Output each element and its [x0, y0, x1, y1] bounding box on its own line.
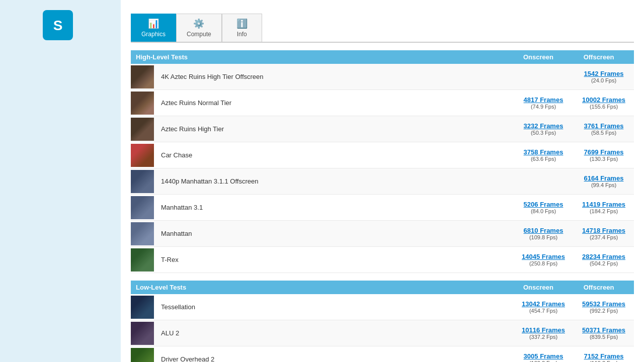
tab-compute[interactable]: ⚙️ Compute: [176, 14, 222, 42]
section-header-1: Low-Level Tests Onscreen Offscreen: [131, 281, 634, 294]
offscreen-fps-0-6: (237.4 Fps): [576, 234, 631, 240]
logo-area: S: [43, 5, 78, 45]
offscreen-fps-0-7: (504.2 Fps): [576, 260, 631, 266]
thumb-img-1-1: [131, 322, 154, 345]
sidebar: S: [0, 0, 121, 362]
tab-graphics[interactable]: 📊 Graphics: [131, 14, 176, 42]
onscreen-value-0-0: [513, 74, 574, 79]
offscreen-fps-0-4: (99.4 Fps): [576, 182, 631, 188]
offscreen-value-0-7: 28234 Frames (504.2 Fps): [574, 250, 634, 269]
thumb-0-1: [131, 92, 154, 115]
bench-name-1-1: ALU 2: [156, 327, 513, 339]
bench-row-0-5: Manhattan 3.1 5206 Frames (84.0 Fps) 114…: [131, 195, 634, 221]
thumb-img-1-2: [131, 348, 154, 363]
onscreen-value-0-7: 14045 Frames (250.8 Fps): [513, 250, 574, 269]
svg-text:S: S: [53, 18, 63, 33]
section-header-0: High-Level Tests Onscreen Offscreen: [131, 50, 634, 64]
thumb-img-0-2: [131, 118, 154, 141]
compute-label: Compute: [187, 31, 211, 38]
thumb-0-4: [131, 170, 154, 193]
thumb-1-0: [131, 296, 154, 319]
offscreen-value-0-6: 14718 Frames (237.4 Fps): [574, 224, 634, 243]
offscreen-value-0-1: 10002 Frames (155.6 Fps): [574, 94, 634, 112]
offscreen-frames-0-6: 14718 Frames: [576, 227, 631, 234]
thumb-0-6: [131, 222, 154, 245]
onscreen-frames-1-2: 3005 Frames: [516, 352, 571, 360]
onscreen-fps-0-6: (109.8 Fps): [516, 234, 571, 240]
onscreen-header-1: Onscreen: [508, 284, 569, 291]
offscreen-header-1: Offscreen: [569, 284, 629, 291]
onscreen-fps-1-0: (454.7 Fps): [516, 308, 571, 314]
thumb-img-1-0: [131, 296, 154, 319]
thumb-0-2: [131, 118, 154, 141]
onscreen-frames-0-5: 5206 Frames: [516, 201, 571, 208]
offscreen-value-0-4: 6164 Frames (99.4 Fps): [574, 172, 634, 191]
bench-name-0-2: Aztec Ruins High Tier: [156, 123, 513, 135]
offscreen-value-0-0: 1542 Frames (24.0 Fps): [574, 67, 634, 86]
bench-row-1-1: ALU 2 10116 Frames (337.2 Fps) 50371 Fra…: [131, 320, 634, 346]
thumb-img-0-3: [131, 144, 154, 167]
bench-row-1-2: Driver Overhead 2 3005 Frames (100.2 Fps…: [131, 346, 634, 362]
bench-name-0-3: Car Chase: [156, 149, 513, 161]
bench-row-1-0: Tessellation 13042 Frames (454.7 Fps) 59…: [131, 294, 634, 320]
onscreen-value-1-2: 3005 Frames (100.2 Fps): [513, 350, 574, 362]
offscreen-frames-0-4: 6164 Frames: [576, 174, 631, 182]
bench-row-0-1: Aztec Ruins Normal Tier 4817 Frames (74.…: [131, 90, 634, 116]
bench-name-0-1: Aztec Ruins Normal Tier: [156, 97, 513, 109]
offscreen-value-0-5: 11419 Frames (184.2 Fps): [574, 198, 634, 217]
thumb-img-0-6: [131, 222, 154, 245]
bench-name-0-7: T-Rex: [156, 253, 513, 266]
offscreen-value-0-2: 3761 Frames (58.5 Fps): [574, 120, 634, 138]
onscreen-frames-1-1: 10116 Frames: [516, 326, 571, 334]
onscreen-value-1-0: 13042 Frames (454.7 Fps): [513, 298, 574, 316]
thumb-img-0-7: [131, 248, 154, 272]
onscreen-fps-0-2: (50.3 Fps): [516, 130, 571, 136]
bench-row-0-0: 4K Aztec Ruins High Tier Offscreen 1542 …: [131, 64, 634, 90]
onscreen-value-0-1: 4817 Frames (74.9 Fps): [513, 94, 574, 112]
bench-name-0-6: Manhattan: [156, 227, 513, 240]
info-icon: ℹ️: [236, 18, 248, 29]
bench-name-0-4: 1440p Manhattan 3.1.1 Offscreen: [156, 175, 513, 188]
offscreen-frames-0-3: 7699 Frames: [576, 148, 631, 156]
bench-row-0-4: 1440p Manhattan 3.1.1 Offscreen 6164 Fra…: [131, 168, 634, 195]
offscreen-frames-0-2: 3761 Frames: [576, 122, 631, 130]
onscreen-frames-1-0: 13042 Frames: [516, 300, 571, 308]
tab-info[interactable]: ℹ️ Info: [222, 14, 262, 42]
offscreen-fps-0-2: (58.5 Fps): [576, 130, 631, 136]
onscreen-frames-0-3: 3758 Frames: [516, 148, 571, 156]
thumb-img-0-1: [131, 92, 154, 115]
bench-name-1-0: Tessellation: [156, 301, 513, 313]
offscreen-value-1-0: 59532 Frames (992.2 Fps): [574, 298, 634, 316]
onscreen-frames-0-2: 3232 Frames: [516, 122, 571, 130]
logo-icon: S: [43, 10, 73, 40]
offscreen-value-1-2: 7152 Frames (119.2 Fps): [574, 350, 634, 362]
offscreen-frames-0-7: 28234 Frames: [576, 253, 631, 260]
section-title-1: Low-Level Tests: [136, 284, 508, 291]
onscreen-frames-0-1: 4817 Frames: [516, 96, 571, 104]
bench-row-0-7: T-Rex 14045 Frames (250.8 Fps) 28234 Fra…: [131, 247, 634, 273]
onscreen-fps-0-3: (63.6 Fps): [516, 156, 571, 162]
onscreen-fps-0-7: (250.8 Fps): [516, 260, 571, 266]
onscreen-fps-1-2: (100.2 Fps): [516, 360, 571, 362]
offscreen-fps-0-0: (24.0 Fps): [576, 77, 631, 83]
onscreen-value-0-3: 3758 Frames (63.6 Fps): [513, 146, 574, 164]
offscreen-frames-0-0: 1542 Frames: [576, 70, 631, 77]
bench-row-0-6: Manhattan 6810 Frames (109.8 Fps) 14718 …: [131, 221, 634, 247]
thumb-1-1: [131, 322, 154, 345]
offscreen-value-1-1: 50371 Frames (839.5 Fps): [574, 324, 634, 342]
onscreen-value-0-2: 3232 Frames (50.3 Fps): [513, 120, 574, 138]
thumb-0-7: [131, 248, 154, 272]
onscreen-value-0-6: 6810 Frames (109.8 Fps): [513, 224, 574, 243]
compute-icon: ⚙️: [193, 18, 204, 29]
offscreen-frames-1-0: 59532 Frames: [576, 300, 631, 308]
thumb-img-0-5: [131, 196, 154, 219]
offscreen-frames-1-2: 7152 Frames: [576, 352, 631, 360]
onscreen-frames-0-6: 6810 Frames: [516, 227, 571, 234]
offscreen-fps-0-1: (155.6 Fps): [576, 104, 631, 110]
offscreen-frames-1-1: 50371 Frames: [576, 326, 631, 334]
graphics-label: Graphics: [141, 31, 166, 38]
info-label: Info: [237, 31, 247, 38]
onscreen-value-0-4: [513, 179, 574, 184]
thumb-img-0-0: [131, 65, 154, 88]
thumb-0-3: [131, 144, 154, 167]
